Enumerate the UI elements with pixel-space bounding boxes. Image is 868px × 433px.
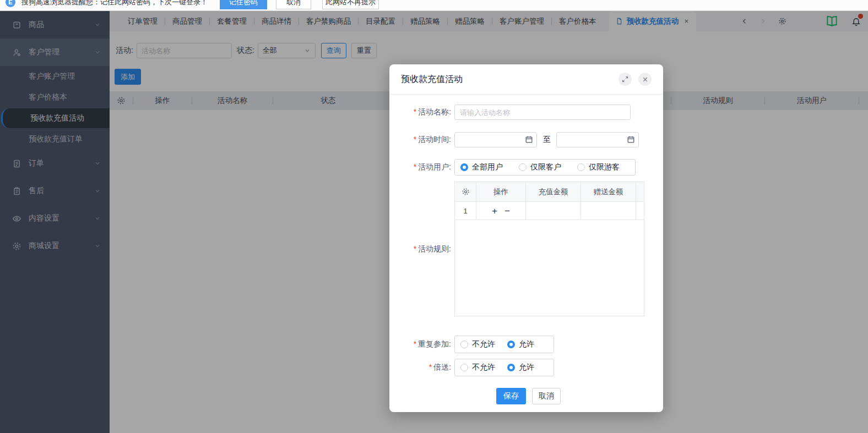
rules-settings-gear-icon[interactable] — [455, 182, 476, 201]
cancel-button[interactable]: 取消 — [532, 388, 561, 404]
remove-rule-row-button[interactable]: − — [504, 206, 510, 216]
required-marker: * — [429, 363, 432, 371]
activity-rules-label: *活动规则: — [399, 244, 451, 254]
activity-users-label: *活动用户: — [399, 162, 451, 172]
modal-close-button[interactable] — [638, 73, 652, 86]
radio-unselected-icon — [519, 163, 527, 171]
sogou-browser-icon: E — [6, 0, 15, 7]
remember-password-button[interactable]: 记住密码 — [220, 0, 267, 9]
modal-activity-name-input[interactable] — [454, 105, 631, 120]
required-marker: * — [414, 107, 416, 116]
gift-amount-cell[interactable] — [581, 202, 636, 220]
modal-header: 预收款充值活动 — [389, 64, 663, 95]
radio-selected-icon — [460, 163, 468, 171]
modal-title: 预收款充值活动 — [401, 74, 463, 85]
close-icon — [642, 76, 648, 83]
rules-row-index: 1 — [455, 202, 476, 220]
calendar-icon — [525, 135, 533, 144]
radio-label: 允许 — [519, 339, 534, 349]
rules-row-stub — [636, 202, 644, 220]
add-rule-row-button[interactable]: + — [492, 206, 497, 216]
required-marker: * — [414, 135, 416, 144]
activity-users-radio-group: 全部用户 仅限客户 仅限游客 — [454, 159, 636, 176]
rules-table: 操作 充值金额 赠送金额 1 + − — [454, 182, 644, 316]
fullscreen-toggle-button[interactable] — [619, 73, 632, 86]
multiply-gift-label: *倍送: — [399, 363, 451, 372]
repeat-participation-label: *重复参加: — [399, 339, 451, 349]
radio-repeat-allowed[interactable]: 允许 — [507, 339, 534, 349]
radio-label: 不允许 — [472, 363, 495, 372]
radio-unselected-icon — [577, 163, 585, 171]
repeat-participation-radio-group: 不允许 允许 — [454, 336, 554, 353]
recharge-amount-cell[interactable] — [526, 202, 581, 220]
required-marker: * — [414, 339, 416, 348]
prepay-recharge-activity-modal: 预收款充值活动 *活动名称: *活动时间: 至 — [389, 64, 663, 412]
start-date-picker[interactable] — [454, 132, 537, 147]
rules-column-recharge-amount: 充值金额 — [526, 182, 581, 201]
required-marker: * — [414, 244, 416, 253]
multiply-gift-radio-group: 不允许 允许 — [454, 359, 554, 376]
radio-label: 仅限客户 — [530, 162, 561, 172]
radio-all-users[interactable]: 全部用户 — [460, 162, 503, 172]
rules-column-gift-amount: 赠送金额 — [581, 182, 636, 201]
save-button[interactable]: 保存 — [496, 388, 526, 404]
radio-unselected-icon — [460, 364, 468, 371]
radio-guests-only[interactable]: 仅限游客 — [577, 162, 620, 172]
radio-customers-only[interactable]: 仅限客户 — [519, 162, 561, 172]
rules-table-row: 1 + − — [455, 202, 644, 220]
site-no-prompt-button[interactable]: 此网站不再提示 — [322, 0, 379, 9]
radio-label: 不允许 — [472, 339, 495, 349]
activity-time-label: *活动时间: — [399, 135, 451, 145]
rules-column-stub — [636, 182, 644, 201]
radio-label: 允许 — [519, 363, 534, 372]
radio-selected-icon — [507, 364, 515, 371]
date-range-separator: 至 — [543, 135, 551, 145]
radio-gift-not-allowed[interactable]: 不允许 — [460, 363, 495, 372]
end-date-picker[interactable] — [556, 132, 639, 147]
browser-notification-message: 搜狗高速浏览器提醒您：记住此网站密码，下次一键登录！ — [21, 0, 208, 7]
radio-unselected-icon — [460, 341, 468, 348]
fullscreen-icon — [622, 76, 628, 83]
radio-repeat-not-allowed[interactable]: 不允许 — [460, 339, 495, 349]
browser-notification-bar: E 搜狗高速浏览器提醒您：记住此网站密码，下次一键登录！ 记住密码 取消 此网站… — [0, 0, 868, 11]
notification-cancel-button[interactable]: 取消 — [276, 0, 311, 9]
activity-name-label: *活动名称: — [399, 107, 451, 117]
radio-selected-icon — [507, 341, 515, 348]
calendar-icon — [627, 135, 635, 144]
rules-column-actions: 操作 — [476, 182, 526, 201]
required-marker: * — [414, 162, 416, 171]
radio-label: 全部用户 — [472, 162, 503, 172]
radio-label: 仅限游客 — [589, 162, 620, 172]
rules-table-header: 操作 充值金额 赠送金额 — [455, 182, 644, 202]
radio-gift-allowed[interactable]: 允许 — [507, 363, 534, 372]
